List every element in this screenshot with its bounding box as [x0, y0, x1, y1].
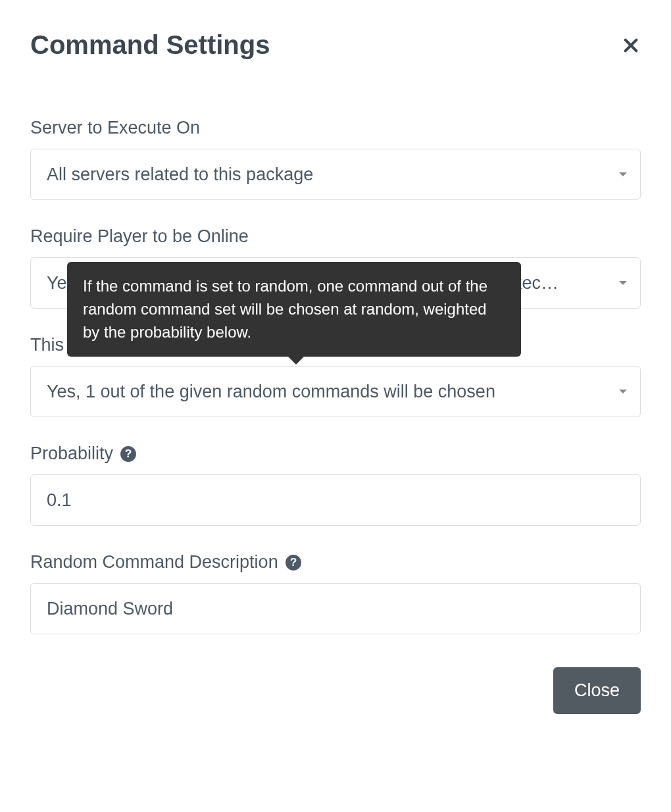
random-help-tooltip: If the command is set to random, one com… [67, 262, 521, 357]
label-description-text: Random Command Description [30, 552, 278, 572]
is-random-select-value: Yes, 1 out of the given random commands … [47, 382, 495, 402]
server-select[interactable]: All servers related to this package [30, 149, 641, 200]
label-probability-text: Probability [30, 444, 113, 464]
tooltip-text: If the command is set to random, one com… [83, 277, 487, 341]
label-server-text: Server to Execute On [30, 118, 200, 138]
server-select-value: All servers related to this package [47, 165, 313, 185]
description-input[interactable] [30, 583, 641, 634]
modal-header: Command Settings [30, 30, 641, 60]
chevron-down-icon [619, 390, 627, 393]
field-probability: Probability ? [30, 444, 641, 526]
svg-text:?: ? [125, 447, 132, 460]
chevron-down-icon [619, 172, 627, 176]
label-require-online: Require Player to be Online [30, 226, 641, 247]
modal-footer: Close [30, 667, 641, 714]
field-server: Server to Execute On All servers related… [30, 118, 641, 200]
modal-title: Command Settings [30, 30, 270, 60]
label-description: Random Command Description ? [30, 552, 641, 572]
help-icon[interactable]: ? [120, 445, 137, 463]
chevron-down-icon [619, 281, 627, 285]
help-icon[interactable]: ? [285, 554, 302, 571]
is-random-select[interactable]: Yes, 1 out of the given random commands … [30, 366, 641, 417]
svg-text:?: ? [289, 555, 297, 569]
probability-input[interactable] [30, 474, 641, 526]
label-require-online-text: Require Player to be Online [30, 226, 249, 247]
label-server: Server to Execute On [30, 118, 641, 138]
close-button[interactable]: Close [553, 667, 641, 714]
label-probability: Probability ? [30, 444, 641, 464]
command-settings-modal: Command Settings Server to Execute On Al… [0, 0, 671, 744]
field-description: Random Command Description ? [30, 552, 641, 634]
close-icon[interactable] [621, 35, 641, 56]
